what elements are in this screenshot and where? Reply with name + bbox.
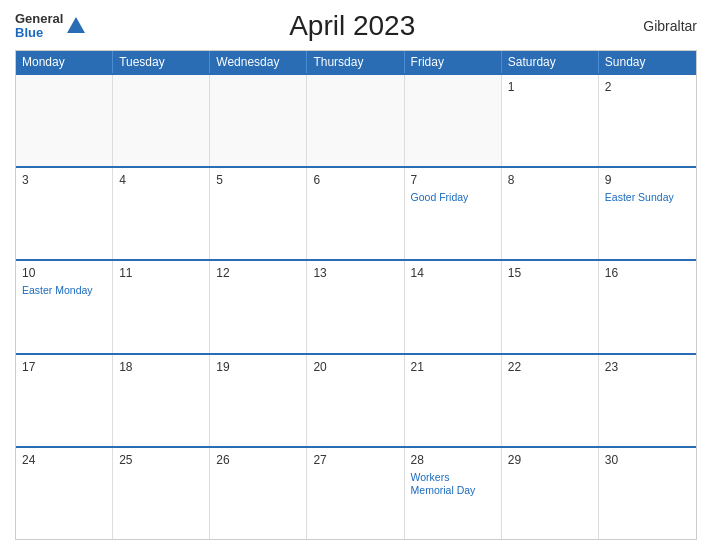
day-header-saturday: Saturday	[502, 51, 599, 73]
cell-date: 28	[411, 452, 495, 469]
calendar-cell: 8	[502, 168, 599, 259]
calendar-cell: 24	[16, 448, 113, 539]
calendar-body: 1234567Good Friday89Easter Sunday10Easte…	[16, 73, 696, 539]
calendar-cell: 9Easter Sunday	[599, 168, 696, 259]
calendar-cell: 13	[307, 261, 404, 352]
calendar-header: General Blue April 2023 Gibraltar	[15, 10, 697, 42]
cell-date: 20	[313, 359, 397, 376]
cell-event: Easter Monday	[22, 284, 106, 298]
cell-date: 24	[22, 452, 106, 469]
day-header-monday: Monday	[16, 51, 113, 73]
calendar-container: General Blue April 2023 Gibraltar Monday…	[0, 0, 712, 550]
cell-date: 29	[508, 452, 592, 469]
cell-date: 15	[508, 265, 592, 282]
calendar-cell: 21	[405, 355, 502, 446]
day-header-friday: Friday	[405, 51, 502, 73]
cell-date: 19	[216, 359, 300, 376]
cell-date: 18	[119, 359, 203, 376]
cell-date: 7	[411, 172, 495, 189]
cell-event: Workers Memorial Day	[411, 471, 495, 498]
cell-date: 14	[411, 265, 495, 282]
calendar-cell: 19	[210, 355, 307, 446]
calendar-cell: 10Easter Monday	[16, 261, 113, 352]
cell-date: 6	[313, 172, 397, 189]
calendar-cell: 12	[210, 261, 307, 352]
calendar-cell: 4	[113, 168, 210, 259]
cell-date: 21	[411, 359, 495, 376]
cell-date: 16	[605, 265, 690, 282]
cell-date: 26	[216, 452, 300, 469]
cell-date: 12	[216, 265, 300, 282]
day-header-sunday: Sunday	[599, 51, 696, 73]
calendar-cell	[307, 75, 404, 166]
logo-blue-text: Blue	[15, 26, 63, 40]
calendar-cell: 18	[113, 355, 210, 446]
calendar-cell: 22	[502, 355, 599, 446]
cell-date: 4	[119, 172, 203, 189]
cell-date: 10	[22, 265, 106, 282]
day-headers: MondayTuesdayWednesdayThursdayFridaySatu…	[16, 51, 696, 73]
calendar-cell	[210, 75, 307, 166]
calendar-week-4: 17181920212223	[16, 353, 696, 446]
calendar-cell: 16	[599, 261, 696, 352]
cell-date: 1	[508, 79, 592, 96]
calendar-cell: 20	[307, 355, 404, 446]
cell-date: 22	[508, 359, 592, 376]
cell-date: 11	[119, 265, 203, 282]
logo-general-text: General	[15, 12, 63, 26]
day-header-tuesday: Tuesday	[113, 51, 210, 73]
calendar-cell	[113, 75, 210, 166]
calendar-cell: 5	[210, 168, 307, 259]
calendar-cell	[16, 75, 113, 166]
calendar-cell: 29	[502, 448, 599, 539]
svg-marker-0	[67, 17, 85, 33]
cell-date: 23	[605, 359, 690, 376]
calendar-cell: 27	[307, 448, 404, 539]
cell-date: 8	[508, 172, 592, 189]
calendar-cell: 6	[307, 168, 404, 259]
calendar-grid: MondayTuesdayWednesdayThursdayFridaySatu…	[15, 50, 697, 540]
calendar-cell: 7Good Friday	[405, 168, 502, 259]
cell-date: 5	[216, 172, 300, 189]
calendar-cell: 14	[405, 261, 502, 352]
calendar-cell: 1	[502, 75, 599, 166]
calendar-cell: 3	[16, 168, 113, 259]
cell-date: 2	[605, 79, 690, 96]
calendar-cell: 25	[113, 448, 210, 539]
calendar-week-3: 10Easter Monday111213141516	[16, 259, 696, 352]
cell-date: 27	[313, 452, 397, 469]
calendar-cell: 11	[113, 261, 210, 352]
cell-date: 3	[22, 172, 106, 189]
cell-date: 30	[605, 452, 690, 469]
day-header-wednesday: Wednesday	[210, 51, 307, 73]
calendar-week-5: 2425262728Workers Memorial Day2930	[16, 446, 696, 539]
calendar-cell: 26	[210, 448, 307, 539]
calendar-cell	[405, 75, 502, 166]
logo-icon	[65, 15, 87, 37]
day-header-thursday: Thursday	[307, 51, 404, 73]
calendar-cell: 30	[599, 448, 696, 539]
calendar-cell: 28Workers Memorial Day	[405, 448, 502, 539]
calendar-title: April 2023	[87, 10, 617, 42]
cell-date: 25	[119, 452, 203, 469]
calendar-week-2: 34567Good Friday89Easter Sunday	[16, 166, 696, 259]
cell-date: 17	[22, 359, 106, 376]
calendar-week-1: 12	[16, 73, 696, 166]
calendar-cell: 17	[16, 355, 113, 446]
cell-date: 13	[313, 265, 397, 282]
calendar-cell: 15	[502, 261, 599, 352]
cell-event: Good Friday	[411, 191, 495, 205]
region-label: Gibraltar	[617, 18, 697, 34]
calendar-cell: 23	[599, 355, 696, 446]
logo: General Blue	[15, 12, 87, 41]
cell-date: 9	[605, 172, 690, 189]
calendar-cell: 2	[599, 75, 696, 166]
cell-event: Easter Sunday	[605, 191, 690, 205]
